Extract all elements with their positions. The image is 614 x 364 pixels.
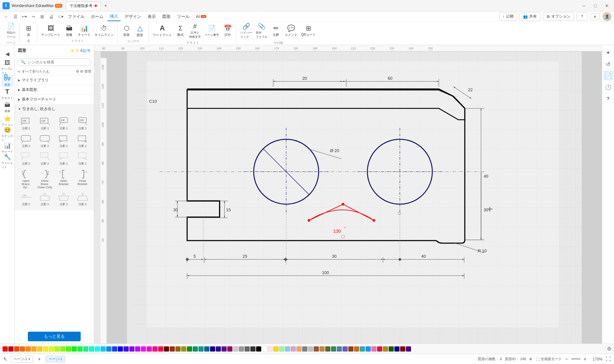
attachment-button[interactable]: 📎 添付ファイル — [254, 22, 269, 40]
color-swatch[interactable] — [147, 346, 152, 352]
ai-symbol-button[interactable]: ✨✨ AI記号 — [70, 48, 91, 53]
settings-icon[interactable]: ⚙ — [607, 346, 611, 352]
color-swatch[interactable] — [296, 346, 302, 352]
color-swatch[interactable] — [348, 346, 353, 352]
color-swatch[interactable] — [314, 346, 319, 352]
share-button[interactable]: 👥共有 — [520, 12, 540, 20]
sidebar-item-icon[interactable]: ⭐ アイコン — [1, 115, 13, 127]
shape-item-line-callout-4[interactable]: 注釈 注釈 2 — [74, 116, 91, 132]
menu-shape[interactable]: 図形 — [160, 12, 173, 21]
image-button[interactable]: 🏔 画像 — [63, 24, 76, 38]
shape-item-lc14[interactable]: 注釈 2 — [74, 191, 91, 208]
color-swatch[interactable] — [89, 346, 94, 352]
menu-tools[interactable]: ツール — [174, 12, 192, 21]
zoom-out-button[interactable]: − — [565, 356, 568, 362]
color-swatch[interactable] — [389, 346, 394, 352]
color-swatch[interactable] — [239, 346, 244, 352]
color-swatch[interactable] — [394, 346, 400, 352]
shape-item-close-brace[interactable]: Close Brace, Close Curly — [36, 168, 54, 190]
color-swatch[interactable] — [49, 346, 54, 352]
shape-item-wave-callout-2[interactable]: 注釈 2 — [36, 133, 54, 150]
color-swatch[interactable] — [366, 346, 371, 352]
color-swatch[interactable] — [8, 346, 13, 352]
color-swatch[interactable] — [204, 346, 209, 352]
formula-button[interactable]: Σ 数式 — [174, 24, 187, 38]
color-swatch[interactable] — [152, 346, 158, 352]
color-swatch[interactable] — [383, 346, 388, 352]
color-swatch[interactable] — [164, 346, 169, 352]
color-swatch[interactable] — [262, 346, 267, 352]
qrcode-button[interactable]: ⊞ QRコード — [300, 23, 317, 38]
color-swatch[interactable] — [233, 346, 238, 352]
document-properties-btn[interactable]: 📄 — [603, 71, 613, 80]
color-swatch[interactable] — [54, 346, 60, 352]
shape-item-lc12[interactable]: 注釈 2 — [36, 191, 54, 208]
zoom-in-button[interactable]: + — [584, 356, 586, 362]
symbol-button[interactable]: # 記号と特殊文字 — [188, 22, 202, 40]
sparkle-icon-btn[interactable]: ✦ — [603, 48, 613, 57]
color-swatch[interactable] — [118, 346, 123, 352]
shape-item-wave-callout-1[interactable]: 注釈 2 — [17, 133, 35, 150]
menu-file[interactable]: ファイル — [65, 12, 87, 21]
color-swatch[interactable] — [308, 346, 313, 352]
color-swatch[interactable] — [37, 346, 42, 352]
color-swatch[interactable] — [60, 346, 65, 352]
undo-history-btn[interactable]: ↺ — [603, 59, 613, 69]
sidebar-item-text[interactable]: T テキスト — [1, 88, 13, 100]
color-swatch[interactable] — [279, 346, 284, 352]
undo-button[interactable]: ↩▾ — [20, 13, 28, 20]
table-button[interactable]: ⊞ 表 — [22, 23, 35, 38]
color-swatch[interactable] — [181, 346, 186, 352]
color-swatch[interactable] — [250, 346, 255, 352]
redo-button[interactable]: ↪ — [29, 13, 37, 20]
help-icon-btn[interactable]: ? — [603, 94, 613, 103]
shape-item-close-bracket[interactable]: Close Bracket — [74, 168, 91, 190]
sidebar-item-chart[interactable]: 📊 チャート — [1, 142, 13, 154]
pages-button[interactable]: ⊞ — [38, 13, 46, 20]
clock-icon-btn[interactable]: 🕐 — [603, 82, 613, 92]
maximize-button[interactable]: □ — [591, 1, 600, 10]
color-swatch[interactable] — [14, 346, 19, 352]
shape-item-line-callout-2[interactable]: 注釈 注釈 2 — [36, 116, 54, 132]
color-swatch[interactable] — [83, 346, 88, 352]
sidebar-item-sticker[interactable]: 😊 ステッカー — [1, 128, 13, 141]
color-swatch[interactable] — [377, 346, 382, 352]
active-page-tab[interactable]: ページ-1 — [46, 356, 65, 362]
canvas-area[interactable]: 80 90 100 110 120 130 140 150 160 170 18… — [94, 45, 602, 344]
comment-button[interactable]: 💬 コメント — [283, 23, 299, 38]
sidebar-item-shapes[interactable]: 図形 — [1, 75, 13, 87]
template-button[interactable]: 🖼 テンプレート — [40, 24, 62, 38]
user-avatar[interactable]: 👤 — [602, 12, 611, 21]
full-screen-button[interactable]: ⛶ 全画面モード — [536, 357, 562, 361]
collapse-menu[interactable]: ☰ — [12, 13, 19, 20]
color-swatch[interactable] — [371, 346, 376, 352]
shape-item-lc11[interactable]: 注釈 注釈 2 — [17, 191, 35, 208]
menu-design[interactable]: デザイン — [122, 12, 144, 21]
zoom-slider[interactable]: ━━━━ — [571, 357, 580, 361]
color-swatch[interactable] — [227, 346, 232, 352]
search-box[interactable]: 🔍 — [17, 58, 91, 66]
color-swatch[interactable] — [256, 346, 261, 352]
sidebar-item-template[interactable]: 🖼 テンプレート — [1, 61, 13, 73]
publish-button[interactable]: ↑公開 — [499, 12, 517, 20]
color-swatch[interactable] — [360, 346, 365, 352]
menu-view[interactable]: 表示 — [145, 12, 158, 21]
color-swatch[interactable] — [268, 346, 273, 352]
color-swatch[interactable] — [331, 346, 336, 352]
color-swatch[interactable] — [210, 346, 215, 352]
shape-item-open-brace[interactable]: Open Brace, Op... — [17, 168, 35, 190]
section-header-my-library[interactable]: ▶ マイライブラリ — [15, 76, 94, 85]
manage-button[interactable]: ⚙⚙ 管理 — [76, 69, 91, 74]
shape-item-lc7[interactable]: 注釈 2 — [17, 151, 35, 167]
note-button[interactable]: ✏ 注釈 — [270, 23, 282, 38]
sidebar-item-image[interactable]: 🏔 画像 — [1, 101, 13, 114]
color-swatch[interactable] — [66, 346, 71, 352]
date-button[interactable]: 📅 日付 — [221, 23, 234, 38]
section-header-basic-shapes[interactable]: ▶ 基本図形 — [15, 85, 94, 94]
color-swatch[interactable] — [106, 346, 111, 352]
color-swatch[interactable] — [343, 346, 348, 352]
page-number-button[interactable]: 📄 ページ番号 — [203, 24, 221, 38]
container-button[interactable]: ⬡ 容器 — [120, 23, 133, 38]
collapse-all-button[interactable]: ≪ すべて折りたたむ — [17, 69, 50, 74]
color-swatch[interactable] — [43, 346, 48, 352]
